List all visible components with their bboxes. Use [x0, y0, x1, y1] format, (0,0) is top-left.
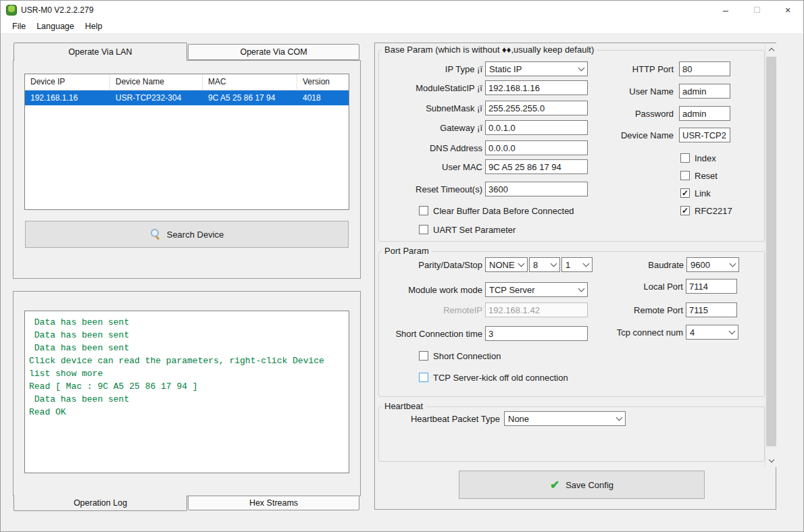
- baudrate-row: Baudrate 9600: [582, 257, 739, 272]
- settings-panel: Base Param (which is without ♦♦,usually …: [374, 43, 776, 510]
- short-time-label: Short Connection time: [382, 329, 482, 339]
- reset-timeout-row: Reset Timeout(s): [382, 182, 588, 196]
- module-static-ip-field[interactable]: [485, 80, 588, 95]
- clear-buffer-checkbox[interactable]: [419, 206, 428, 215]
- short-conn-checkbox[interactable]: [419, 351, 428, 361]
- short-time-row: Short Connection time: [382, 326, 588, 341]
- menu-file[interactable]: File: [7, 22, 31, 31]
- user-name-field[interactable]: [679, 84, 730, 99]
- rfc2217-row: RFC2217: [680, 203, 732, 218]
- maximize-icon: [754, 7, 760, 13]
- link-row: Link: [680, 186, 711, 201]
- kick-label: TCP Server-kick off old connection: [433, 373, 568, 383]
- chevron-down-icon: [551, 260, 557, 267]
- chevron-down-icon: [730, 260, 736, 267]
- device-name-row: Device Name: [582, 128, 730, 142]
- settings-scrollbar[interactable]: [765, 43, 776, 467]
- checkmark-icon: ✔: [550, 479, 559, 491]
- chevron-down-icon: [768, 457, 774, 462]
- rfc2217-checkbox[interactable]: [680, 206, 690, 215]
- work-mode-select[interactable]: TCP Server: [485, 282, 588, 297]
- link-checkbox[interactable]: [680, 188, 690, 198]
- uart-set-row: UART Set Parameter: [419, 222, 516, 237]
- ip-type-row: IP Type ¡ï Static IP: [382, 61, 588, 76]
- operation-log-output[interactable]: Data has been sent Data has been sent Da…: [24, 311, 349, 473]
- short-time-field[interactable]: [485, 326, 588, 341]
- remote-ip-field: [485, 302, 588, 317]
- data-bits-value: 8: [533, 260, 538, 270]
- menu-bar: File Language Help: [1, 19, 803, 34]
- uart-set-checkbox[interactable]: [419, 225, 428, 234]
- http-port-row: HTTP Port: [582, 61, 730, 76]
- short-conn-label: Short Connection: [433, 351, 501, 361]
- window-title: USR-M0 V2.2.2.279: [21, 5, 93, 15]
- scroll-down-button[interactable]: [765, 455, 777, 467]
- table-row[interactable]: 192.168.1.16 USR-TCP232-304 9C A5 25 86 …: [25, 90, 349, 105]
- clear-buffer-row: Clear Buffer Data Before Connected: [419, 203, 574, 218]
- heartbeat-type-label: Heartbeat Packet Type: [382, 414, 500, 424]
- user-name-label: User Name: [582, 86, 674, 97]
- heartbeat-type-select[interactable]: None: [504, 411, 626, 426]
- data-bits-select[interactable]: 8: [529, 257, 560, 272]
- reset-timeout-field[interactable]: [485, 182, 588, 196]
- work-mode-label: Module work mode: [382, 285, 482, 295]
- menu-language[interactable]: Language: [31, 22, 80, 31]
- search-device-button[interactable]: Search Device: [25, 221, 349, 248]
- tcp-num-select[interactable]: 4: [686, 325, 738, 340]
- tab-operate-via-com[interactable]: Operate Via COM: [188, 44, 359, 60]
- column-device-ip[interactable]: Device IP: [25, 74, 110, 90]
- chevron-down-icon: [729, 327, 736, 334]
- menu-help[interactable]: Help: [80, 22, 108, 31]
- baudrate-value: 9600: [690, 260, 710, 270]
- scroll-up-button[interactable]: [765, 44, 777, 55]
- gateway-field[interactable]: [485, 120, 588, 135]
- reset-label: Reset: [695, 171, 718, 181]
- subnet-mask-field[interactable]: [485, 101, 588, 115]
- work-mode-value: TCP Server: [489, 285, 535, 295]
- tab-operation-log[interactable]: Operation Log: [14, 496, 187, 511]
- remote-ip-row: RemoteIP: [382, 302, 588, 317]
- scrollbar-thumb[interactable]: [766, 57, 776, 446]
- kick-checkbox[interactable]: [419, 373, 428, 382]
- ip-type-select[interactable]: Static IP: [485, 61, 588, 76]
- column-device-name[interactable]: Device Name: [110, 74, 203, 90]
- dns-address-row: DNS Address: [382, 140, 588, 155]
- index-checkbox[interactable]: [680, 153, 690, 163]
- local-port-field[interactable]: [686, 279, 737, 294]
- clear-buffer-label: Clear Buffer Data Before Connected: [433, 206, 574, 216]
- column-mac[interactable]: MAC: [203, 74, 297, 90]
- maximize-button[interactable]: [741, 1, 772, 19]
- tab-operate-via-lan[interactable]: Operate Via LAN: [14, 43, 187, 61]
- baudrate-select[interactable]: 9600: [686, 257, 739, 272]
- save-config-button[interactable]: ✔ Save Config: [459, 471, 705, 499]
- dns-address-field[interactable]: [485, 140, 588, 155]
- stop-bits-value: 1: [566, 260, 570, 270]
- tcp-num-value: 4: [690, 327, 695, 338]
- heartbeat-type-row: Heartbeat Packet Type None: [382, 411, 626, 426]
- cell-version: 4018: [297, 90, 349, 105]
- remote-port-field[interactable]: [686, 302, 737, 317]
- user-mac-field[interactable]: [485, 159, 588, 174]
- baudrate-label: Baudrate: [582, 260, 684, 270]
- rfc2217-label: RFC2217: [695, 206, 732, 216]
- minimize-button[interactable]: –: [710, 1, 741, 19]
- remote-port-row: Remote Port: [582, 302, 737, 317]
- search-device-label: Search Device: [167, 230, 224, 240]
- subnet-mask-row: SubnetMask ¡ï: [382, 101, 588, 115]
- short-conn-row: Short Connection: [419, 348, 501, 363]
- http-port-field[interactable]: [679, 61, 730, 76]
- app-window: USR-M0 V2.2.2.279 – × File Language Help…: [0, 0, 804, 532]
- tab-hex-streams[interactable]: Hex Streams: [188, 496, 359, 510]
- remote-port-label: Remote Port: [582, 305, 683, 315]
- device-name-label: Device Name: [582, 130, 674, 140]
- cell-device-ip: 192.168.1.16: [25, 90, 110, 105]
- password-field[interactable]: [679, 106, 730, 121]
- password-label: Password: [582, 109, 674, 119]
- close-button[interactable]: ×: [772, 1, 803, 19]
- parity-select[interactable]: NONE: [485, 257, 528, 272]
- title-bar: USR-M0 V2.2.2.279 – ×: [1, 1, 803, 19]
- work-mode-row: Module work mode TCP Server: [382, 282, 588, 297]
- column-version[interactable]: Version: [297, 74, 349, 90]
- device-name-field[interactable]: [679, 128, 730, 142]
- reset-checkbox[interactable]: [680, 171, 690, 180]
